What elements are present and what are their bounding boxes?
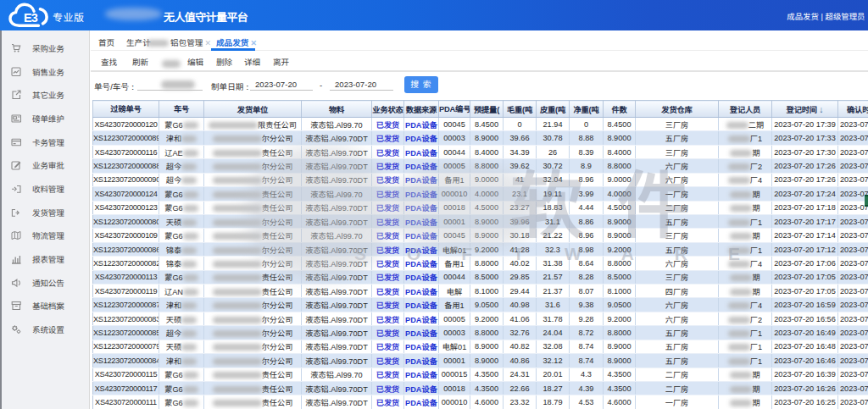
svg-text:E3: E3 [24,11,38,25]
